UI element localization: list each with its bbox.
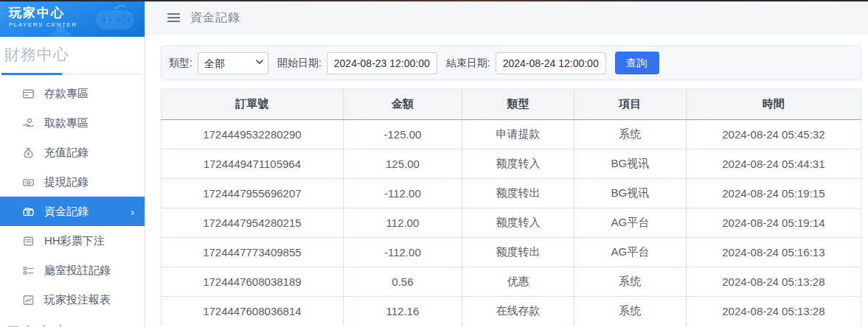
sidebar-item-label: 資金記錄 (44, 205, 88, 219)
sidebar-item-label: 充值記錄 (44, 146, 88, 160)
sidebar-item-label: 取款專區 (44, 116, 88, 130)
sidebar-item-label: 提現記錄 (44, 175, 88, 189)
table-cell: 1724447773409855 (162, 238, 344, 267)
bills-stack-icon (22, 205, 35, 218)
menu-toggle-icon[interactable] (167, 13, 180, 22)
table-cell: 额度转入 (462, 150, 574, 179)
type-select-wrap: 全部 (198, 52, 268, 74)
sidebar-item-deposit-zone[interactable]: 存款專區 › (0, 79, 145, 108)
withdraw-hand-icon (22, 117, 35, 130)
chart-report-icon (22, 294, 35, 306)
sidebar: 玩家中心 PLAYERS CENTER 財務中心 (0, 0, 145, 327)
filter-panel: 類型: 全部 開始日期: 結束日期: 查詢 (161, 46, 861, 80)
sidebar-item-label: 存款專區 (44, 87, 88, 101)
table-row: 1724447955696207-112.00额度转出BG视讯2024-08-2… (162, 179, 861, 208)
table-cell: -112.00 (343, 179, 462, 208)
sidebar-item-withdraw-zone[interactable]: 取款專區 › (0, 108, 145, 138)
content: 類型: 全部 開始日期: 結束日期: 查詢 訂單號金額類型項目時間 (145, 35, 868, 326)
table-cell: 1724447955696207 (162, 179, 344, 208)
list-icon (22, 264, 35, 277)
table-cell: 1724447954280215 (162, 208, 344, 238)
section-divider (1, 73, 142, 75)
table-cell: 2024-08-24 05:19:15 (686, 179, 861, 208)
table-cell: 2024-08-24 05:16:13 (686, 238, 861, 267)
funds-records-table: 訂單號金額類型項目時間 1724449532280290-125.00申请提款系… (161, 88, 861, 326)
table-header-row: 訂單號金額類型項目時間 (162, 89, 861, 120)
type-label: 類型: (169, 57, 192, 70)
sidebar-item-withdraw-records[interactable]: 提現記錄 › (0, 167, 145, 197)
sidebar-item-label: 玩家投注報表 (44, 293, 111, 307)
joystick-icon (44, 22, 77, 37)
sidebar-item-recharge-records[interactable]: 充值記錄 › (0, 138, 145, 167)
search-button[interactable]: 查詢 (615, 52, 659, 74)
table-header-cell: 金額 (343, 89, 462, 120)
table-cell: 1724447608038189 (162, 267, 344, 297)
topbar: 資金記錄 (145, 0, 868, 35)
table-cell: 系统 (574, 267, 686, 297)
table-cell: 优惠 (462, 267, 574, 297)
table-row: 1724447773409855-112.00额度转出AG平台2024-08-2… (162, 238, 861, 267)
table-cell: BG视讯 (574, 150, 686, 179)
chevron-right-icon: › (131, 294, 134, 306)
end-date-input[interactable] (496, 52, 606, 74)
table-cell: 在线存款 (462, 297, 574, 326)
table-header-cell: 項目 (574, 89, 686, 120)
sidebar-item-label: 廳室投註記錄 (44, 264, 111, 278)
table-header-cell: 類型 (462, 89, 574, 120)
cash-note-icon (22, 176, 35, 189)
table-cell: 1724449532280290 (162, 120, 344, 150)
start-date-label: 開始日期: (277, 57, 322, 70)
chevron-right-icon: › (131, 264, 134, 277)
sidebar-item-label: HH彩票下注 (44, 234, 105, 248)
type-select[interactable]: 全部 (198, 52, 268, 74)
chevron-right-icon: › (131, 147, 134, 159)
table-cell: 125.00 (343, 150, 462, 179)
section-title-finance: 財務中心 (4, 44, 139, 65)
table-cell: 系统 (574, 120, 686, 150)
document-icon (22, 235, 35, 247)
chevron-right-icon: › (131, 88, 134, 100)
table-body: 1724449532280290-125.00申请提款系统2024-08-24 … (162, 120, 861, 326)
section-title-personal: 個人中心 (4, 322, 139, 327)
table-cell: 0.56 (343, 267, 462, 297)
sidebar-item-room-bet-records[interactable]: 廳室投註記錄 › (0, 256, 145, 285)
table-cell: 申请提款 (462, 120, 574, 150)
gamepad-icon (83, 3, 140, 37)
end-date-label: 結束日期: (446, 57, 490, 70)
table-cell: AG平台 (574, 208, 686, 238)
money-bag-icon (22, 147, 35, 159)
table-cell: 2024-08-24 05:19:14 (686, 208, 861, 238)
sidebar-item-hh-lottery-bets[interactable]: HH彩票下注 › (0, 226, 145, 256)
window-top-edge (0, 0, 868, 1)
deposit-card-icon (22, 88, 35, 100)
main-area: 資金記錄 類型: 全部 開始日期: 結束日期: 查詢 (145, 0, 868, 327)
table-row: 1724449532280290-125.00申请提款系统2024-08-24 … (162, 120, 861, 150)
table-cell: 额度转入 (462, 208, 574, 238)
chevron-right-icon: › (131, 235, 134, 247)
table-cell: 112.16 (343, 297, 462, 326)
table-cell: -112.00 (343, 238, 462, 267)
table-header-cell: 訂單號 (162, 89, 344, 120)
table-cell: 2024-08-24 05:13:28 (686, 297, 861, 326)
sidebar-menu: 存款專區 › 取款專區 › 充值記錄 › 提現記錄 › 資金記錄 › HH彩票下… (0, 79, 145, 314)
chevron-right-icon: › (131, 176, 134, 189)
start-date-input[interactable] (327, 52, 437, 74)
table-cell: 1724449471105964 (162, 150, 344, 179)
table-cell: BG视讯 (574, 179, 686, 208)
table-row: 1724447954280215112.00额度转入AG平台2024-08-24… (162, 208, 861, 238)
table-cell: -125.00 (343, 120, 462, 150)
page: 玩家中心 PLAYERS CENTER 財務中心 (0, 0, 868, 327)
table-cell: 2024-08-24 05:45:32 (686, 120, 861, 150)
chevron-right-icon: › (131, 117, 134, 130)
table-row: 1724449471105964125.00额度转入BG视讯2024-08-24… (162, 150, 861, 179)
table-cell: 额度转出 (462, 179, 574, 208)
table-cell: 2024-08-24 05:44:31 (686, 150, 861, 179)
table-cell: 2024-08-24 05:13:28 (686, 267, 861, 297)
sidebar-item-funds-records[interactable]: 資金記錄 › (0, 197, 145, 226)
page-title: 資金記錄 (190, 10, 240, 26)
sidebar-header: 玩家中心 PLAYERS CENTER (0, 0, 145, 37)
sidebar-item-player-bet-report[interactable]: 玩家投注報表 › (0, 285, 145, 314)
table-cell: 112.00 (343, 208, 462, 238)
chevron-right-icon: › (131, 205, 134, 218)
table-cell: 1724447608036814 (162, 297, 344, 326)
